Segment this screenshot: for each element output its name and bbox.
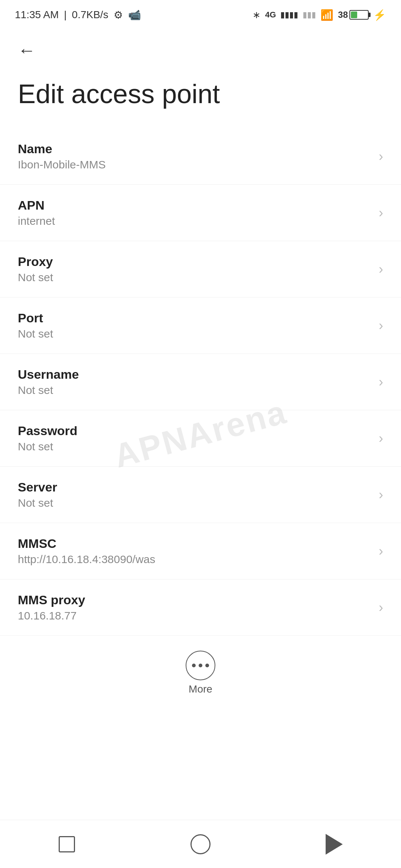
battery-fill <box>351 11 357 18</box>
settings-item-proxy[interactable]: Proxy Not set › <box>0 241 401 297</box>
page-title: Edit access point <box>18 78 383 110</box>
nav-recents-button[interactable] <box>52 829 82 859</box>
settings-value-mms-proxy: 10.16.18.77 <box>18 609 371 622</box>
settings-item-port[interactable]: Port Not set › <box>0 297 401 354</box>
charging-icon: ⚡ <box>373 9 386 21</box>
dot-1 <box>192 664 196 667</box>
nav-back-button[interactable] <box>319 829 349 859</box>
settings-icon: ⚙ <box>114 9 123 21</box>
back-button[interactable]: ← <box>13 37 40 63</box>
chevron-right-icon-mmsc: › <box>379 543 383 559</box>
video-icon: 📹 <box>128 9 141 21</box>
time-text: 11:35 AM <box>15 9 59 21</box>
nav-bar <box>0 820 401 868</box>
more-dots <box>192 664 209 667</box>
settings-value-password: Not set <box>18 440 371 453</box>
settings-item-content-username: Username Not set <box>18 367 371 397</box>
settings-item-apn[interactable]: APN internet › <box>0 185 401 241</box>
chevron-right-icon-port: › <box>379 318 383 333</box>
settings-value-name: Ibon-Mobile-MMS <box>18 158 371 171</box>
settings-item-content-password: Password Not set <box>18 424 371 453</box>
settings-item-content-mms-proxy: MMS proxy 10.16.18.77 <box>18 593 371 622</box>
settings-label-mms-proxy: MMS proxy <box>18 593 371 607</box>
nav-triangle-icon <box>326 834 343 855</box>
battery-indicator: 38 <box>338 10 369 20</box>
settings-label-server: Server <box>18 480 371 494</box>
back-arrow-icon: ← <box>18 40 36 60</box>
more-button-container: More <box>0 636 401 706</box>
settings-label-apn: APN <box>18 198 371 213</box>
settings-label-port: Port <box>18 311 371 325</box>
settings-label-mmsc: MMSC <box>18 536 371 551</box>
settings-item-content-apn: APN internet <box>18 198 371 227</box>
settings-item-username[interactable]: Username Not set › <box>0 354 401 410</box>
settings-item-password[interactable]: Password Not set › <box>0 410 401 467</box>
status-left: 11:35 AM | 0.7KB/s ⚙ 📹 <box>15 9 141 21</box>
chevron-right-icon-name: › <box>379 149 383 164</box>
wifi-icon: 📶 <box>320 9 333 21</box>
chevron-right-icon-password: › <box>379 431 383 446</box>
chevron-right-icon-proxy: › <box>379 262 383 277</box>
settings-value-server: Not set <box>18 497 371 509</box>
chevron-right-icon-apn: › <box>379 205 383 221</box>
more-button[interactable]: More <box>186 651 215 695</box>
settings-label-proxy: Proxy <box>18 254 371 269</box>
settings-value-port: Not set <box>18 328 371 340</box>
speed-text: 0.7KB/s <box>72 9 108 21</box>
settings-item-content-proxy: Proxy Not set <box>18 254 371 284</box>
settings-label-username: Username <box>18 367 371 382</box>
settings-list: Name Ibon-Mobile-MMS › APN internet › Pr… <box>0 128 401 636</box>
battery-box <box>349 10 369 20</box>
status-bar: 11:35 AM | 0.7KB/s ⚙ 📹 ∗ 4G ▮▮▮▮ ▮▮▮ 📶 3… <box>0 0 401 30</box>
nav-circle-icon <box>190 834 211 854</box>
settings-label-password: Password <box>18 424 371 438</box>
chevron-right-icon-server: › <box>379 487 383 503</box>
settings-item-mmsc[interactable]: MMSC http://10.16.18.4:38090/was › <box>0 523 401 579</box>
settings-item-content-name: Name Ibon-Mobile-MMS <box>18 142 371 171</box>
signal-bars-icon: ▮▮▮▮ <box>280 10 298 20</box>
settings-label-name: Name <box>18 142 371 156</box>
signal-4g-icon: 4G <box>265 10 276 20</box>
more-circle <box>186 651 215 680</box>
settings-value-proxy: Not set <box>18 271 371 284</box>
settings-item-server[interactable]: Server Not set › <box>0 467 401 523</box>
signal-bars2-icon: ▮▮▮ <box>303 10 316 20</box>
separator: | <box>64 9 66 21</box>
dot-3 <box>205 664 209 667</box>
nav-home-button[interactable] <box>186 829 215 859</box>
dot-2 <box>199 664 202 667</box>
page-title-container: Edit access point <box>0 70 401 128</box>
bluetooth-icon: ∗ <box>252 9 261 21</box>
settings-item-name[interactable]: Name Ibon-Mobile-MMS › <box>0 128 401 185</box>
settings-item-mms-proxy[interactable]: MMS proxy 10.16.18.77 › <box>0 579 401 636</box>
settings-value-username: Not set <box>18 384 371 397</box>
settings-value-apn: internet <box>18 215 371 227</box>
more-label: More <box>189 683 212 695</box>
settings-item-content-mmsc: MMSC http://10.16.18.4:38090/was <box>18 536 371 566</box>
settings-item-content-server: Server Not set <box>18 480 371 509</box>
chevron-right-icon-mms-proxy: › <box>379 600 383 615</box>
settings-value-mmsc: http://10.16.18.4:38090/was <box>18 553 371 566</box>
toolbar: ← <box>0 30 401 70</box>
settings-item-content-port: Port Not set <box>18 311 371 340</box>
chevron-right-icon-username: › <box>379 374 383 390</box>
status-right: ∗ 4G ▮▮▮▮ ▮▮▮ 📶 38 ⚡ <box>252 9 386 21</box>
nav-square-icon <box>59 836 75 852</box>
